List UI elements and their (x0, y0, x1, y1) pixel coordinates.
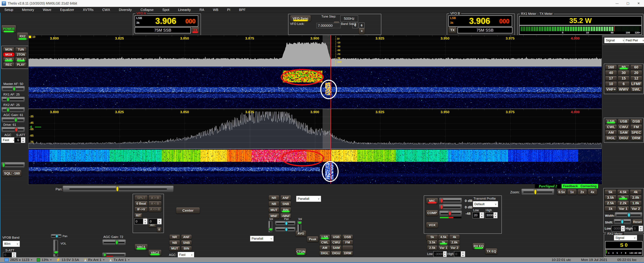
mode-button-digu[interactable]: DIGU (618, 136, 630, 140)
filter-button-2.2k[interactable]: 2.2k (617, 201, 629, 206)
vfo-a-display[interactable]: LSB 3k 3.906 000 (134, 15, 198, 26)
rx2-pan-thumb[interactable] (55, 235, 58, 238)
dsp2-button-nr[interactable]: NR (169, 235, 180, 240)
rx2-low-spinner[interactable]: -3000▲▼ (434, 251, 446, 257)
dsp2-button-nb[interactable]: NB (169, 241, 180, 245)
dsp2-button-anf[interactable]: ANF (181, 235, 192, 240)
mode-button-digl[interactable]: DIGL (605, 136, 617, 140)
power-button[interactable]: POWER (1, 25, 16, 33)
subrx-button-a-b[interactable]: A > B (148, 195, 162, 201)
dsp2-button-bin[interactable]: BIN (181, 246, 192, 251)
mode-button-spec[interactable]: SPEC (630, 130, 642, 135)
filter-button-4k[interactable]: 4k (630, 190, 642, 194)
rx2mode-button-blank-8[interactable] (342, 246, 353, 250)
subrx-button-a-b[interactable]: A < B (148, 201, 162, 206)
filter-button-var-2[interactable]: Var 2 (630, 206, 642, 211)
filter-button-3.5k[interactable]: 3.5k (604, 195, 616, 200)
mode-button-fm[interactable]: FM (630, 125, 642, 129)
left-slider-3-thumb[interactable] (14, 118, 17, 122)
vox-button[interactable]: VOX (426, 222, 438, 228)
vox-thumb[interactable] (448, 211, 451, 216)
mode-button-cwu[interactable]: CWU (618, 125, 630, 129)
rx2-agc-gain-slider[interactable] (102, 240, 126, 246)
satt-spinner-arrows[interactable]: ▲▼ (21, 137, 25, 143)
status-tx-ant[interactable]: Tx Ant 1▾ (109, 258, 130, 262)
filter-button-5k[interactable]: 5k (604, 190, 616, 194)
rx2filter-button-4k[interactable]: 4k (449, 235, 460, 240)
rx2-spectrum-canvas[interactable] (28, 109, 602, 149)
rx2-sql-slider[interactable] (102, 253, 126, 257)
band-button-40[interactable]: 40 (605, 70, 617, 75)
resize-grip[interactable]: ⋰ (639, 258, 642, 262)
display-zoom-thumb[interactable] (534, 189, 537, 195)
filter-width-thumb[interactable] (627, 213, 630, 218)
rx1-pan-slider-b[interactable] (275, 227, 296, 232)
sql-slider-thumb[interactable] (2, 163, 5, 168)
display-pan-slider[interactable] (62, 186, 174, 192)
rx2mode-button-lsb[interactable]: LSB (320, 235, 330, 240)
dsp1-button-mut[interactable]: MUT (268, 208, 279, 213)
center-button[interactable]: Center (176, 208, 200, 214)
filter-button-1.8k[interactable]: 1.8k (630, 201, 642, 206)
vfo-b-tx-button[interactable]: TX (448, 27, 456, 33)
menu-item-spot[interactable]: Spot (158, 8, 174, 12)
subrx-button-0-beat[interactable]: 0 Beat (134, 201, 148, 206)
vfo-a-tx-button[interactable]: TX (191, 27, 199, 33)
zoom-button-0.5x[interactable]: 0.5x (557, 189, 566, 195)
tx-low-arrows[interactable]: ▲▼ (480, 212, 484, 218)
band-button-20[interactable]: 20 (630, 70, 642, 75)
rx2filter-button-3k[interactable]: 3k (438, 240, 449, 245)
vfob-band-dropdown[interactable]: 80m∨ (3, 241, 20, 247)
band-button-12[interactable]: 12 (630, 76, 642, 81)
status-resolution[interactable]: 2825 x 1123▾ (4, 258, 32, 262)
menu-item-setup[interactable]: Setup (0, 8, 18, 12)
close-button[interactable]: ✕ (633, 0, 644, 7)
rx1-filter-passband[interactable] (322, 35, 331, 66)
band-button-10[interactable]: 10 (605, 82, 617, 86)
rx2-vol-thumb[interactable] (54, 251, 58, 254)
zoom-button-2x[interactable]: 2x (578, 189, 587, 195)
rx2-filter-passband[interactable] (322, 109, 331, 149)
menu-item-equalizer[interactable]: Equalizer (56, 8, 78, 12)
rx2mode-button-cwl[interactable]: CWL (320, 240, 330, 245)
filter-reset-button[interactable]: Reset (632, 219, 643, 225)
rx2filter-button-var-2[interactable]: Var 2 (449, 246, 460, 250)
band-button-160[interactable]: 160 (605, 65, 617, 70)
filter-shift-slider[interactable] (614, 219, 631, 225)
band-button-60[interactable]: 60 (630, 65, 642, 70)
rx2mode-button-sam[interactable]: SAM (331, 246, 342, 250)
menu-item-linearity[interactable]: Linearity (174, 8, 195, 12)
menu-item-wave[interactable]: Wave (38, 8, 56, 12)
filter-high-spinner[interactable]: 0▲▼ (632, 226, 643, 231)
band-button-30[interactable]: 30 (618, 70, 630, 75)
comp-thumb[interactable] (440, 205, 443, 210)
filter-shift-thumb[interactable] (621, 220, 624, 224)
left-slider-4-thumb[interactable] (15, 127, 18, 132)
left-button-tun[interactable]: TUN (15, 47, 26, 52)
mic-gain-thumb[interactable] (440, 198, 443, 203)
dsp1-button-snb[interactable]: SNB (280, 202, 291, 207)
rx1-vol-thumb[interactable] (268, 228, 273, 231)
band-button-17[interactable]: 17 (605, 76, 617, 81)
rx1-pan-b-thumb[interactable] (285, 228, 288, 232)
left-button-mon[interactable]: MON (3, 47, 14, 52)
rit-button[interactable]: RIT (134, 213, 142, 218)
dsp1-button-nb[interactable]: NB (268, 202, 279, 207)
rx1-meter-mode-dropdown[interactable]: Signal∨ (604, 37, 626, 43)
transmit-profile-dropdown[interactable]: Default∨ (473, 201, 498, 207)
filter-button-4.5k[interactable]: 4.5k (617, 190, 629, 194)
rx2mode-button-fm[interactable]: FM (342, 240, 353, 245)
rx2-satt-spinner[interactable]: 0▲▼ (3, 252, 16, 258)
rx1-vol2-thumb[interactable] (298, 221, 302, 225)
filter-low-arrows[interactable]: ▲▼ (621, 226, 625, 231)
rx2-satt-arrows[interactable]: ▲▼ (12, 253, 16, 258)
rx1-peak-button[interactable]: Peak (307, 237, 318, 242)
menu-item-ra[interactable]: RA (195, 8, 209, 12)
rx2-button[interactable]: RX2 (17, 33, 28, 40)
rx2-sql-thumb[interactable] (103, 253, 106, 257)
menu-item-xvtrs[interactable]: XVTRs (78, 8, 98, 12)
left-slider-1-thumb[interactable] (6, 97, 10, 102)
rx2mode-button-drm[interactable]: DRM (342, 251, 353, 256)
xit-spinner-arrows[interactable]: ▲▼ (157, 219, 162, 224)
menu-item-cwx[interactable]: CWX (98, 8, 114, 12)
